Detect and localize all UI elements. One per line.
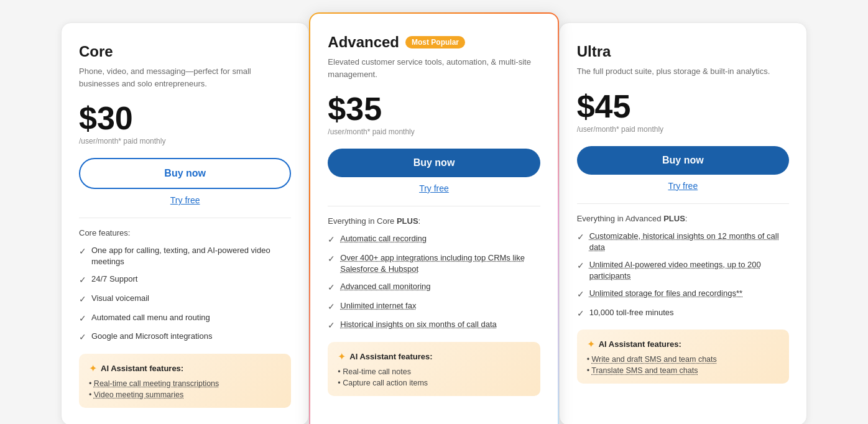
price-section: $35 /user/month* paid monthly: [328, 93, 540, 136]
ai-title: AI Assistant features:: [349, 352, 432, 361]
feature-item: ✓ Historical insights on six months of c…: [328, 319, 540, 332]
feature-text: Automated call menu and routing: [91, 312, 210, 323]
feature-text: 24/7 Support: [91, 274, 137, 285]
feature-list: ✓ Automatic call recording ✓ Over 400+ a…: [328, 233, 540, 332]
check-icon: ✓: [577, 260, 584, 272]
feature-text: Automatic call recording: [340, 233, 427, 244]
ai-feature-text: Video meeting summaries: [94, 390, 183, 399]
price-section: $30 /user/month* paid monthly: [79, 102, 291, 145]
ai-title: AI Assistant features:: [599, 339, 681, 349]
ai-star-icon: ✦: [587, 338, 595, 350]
plan-card-core: Core Phone, video, and messaging—perfect…: [61, 22, 309, 424]
feature-item: ✓ Google and Microsoft integrations: [79, 331, 291, 344]
check-icon: ✓: [577, 288, 584, 301]
ai-feature-item: Video meeting summaries: [89, 390, 281, 399]
try-free-link[interactable]: Try free: [328, 183, 540, 193]
feature-text: Unlimited internet fax: [340, 300, 416, 311]
plan-card-advanced: Advanced Most Popular Elevated customer …: [309, 12, 558, 424]
try-free-link[interactable]: Try free: [577, 181, 789, 191]
ai-assistant-box: ✦ AI Assistant features: Write and draft…: [577, 330, 789, 384]
buy-now-button[interactable]: Buy now: [577, 146, 789, 175]
feature-item: ✓ Visual voicemail: [79, 293, 291, 306]
ai-feature-text: Real-time call notes: [343, 367, 411, 376]
ai-feature-item: Real-time call notes: [338, 367, 530, 376]
plan-name: Core: [79, 43, 113, 60]
features-label: Everything in Advanced PLUS:: [577, 214, 789, 223]
price-detail: /user/month* paid monthly: [577, 125, 789, 134]
ai-box-header: ✦ AI Assistant features:: [89, 362, 281, 374]
check-icon: ✓: [328, 282, 335, 294]
features-label: Everything in Core PLUS:: [328, 216, 540, 226]
feature-item: ✓ Unlimited storage for files and record…: [577, 288, 789, 301]
plan-header: Ultra The full product suite, plus stora…: [577, 43, 789, 78]
feature-text: Unlimited AI-powered video meetings, up …: [589, 259, 789, 282]
features-label-base: Everything in Advanced: [577, 214, 662, 223]
feature-item: ✓ Automated call menu and routing: [79, 312, 291, 325]
plan-header: Core Phone, video, and messaging—perfect…: [79, 43, 291, 90]
features-label-plus: PLUS: [663, 214, 685, 223]
ai-feature-item: Real-time call meeting transcriptions: [89, 379, 281, 388]
divider: [577, 203, 789, 204]
divider: [79, 218, 291, 218]
feature-list: ✓ One app for calling, texting, and AI-p…: [79, 245, 291, 344]
plan-name-row: Advanced Most Popular: [328, 34, 540, 51]
features-label: Core features:: [79, 228, 291, 237]
ai-feature-item: Translate SMS and team chats: [587, 366, 779, 375]
divider: [328, 206, 540, 206]
try-free-link[interactable]: Try free: [79, 195, 291, 205]
plan-description: The full product suite, plus storage & b…: [577, 65, 789, 78]
ai-feature-item: Write and draft SMS and team chats: [587, 355, 779, 364]
feature-item: ✓ 10,000 toll-free minutes: [577, 307, 789, 320]
check-icon: ✓: [79, 274, 86, 287]
check-icon: ✓: [328, 301, 335, 313]
feature-item: ✓ Over 400+ app integrations including t…: [328, 252, 540, 275]
ai-title: AI Assistant features:: [101, 364, 183, 373]
feature-text: 10,000 toll-free minutes: [589, 307, 674, 318]
ai-assistant-box: ✦ AI Assistant features: Real-time call …: [328, 342, 540, 396]
plan-price: $35: [328, 93, 540, 125]
feature-text: Historical insights on six months of cal…: [340, 319, 496, 330]
features-label-plus: PLUS: [397, 216, 418, 226]
feature-text: Visual voicemail: [91, 293, 149, 304]
feature-text: One app for calling, texting, and AI-pow…: [91, 245, 291, 267]
feature-text: Google and Microsoft integrations: [91, 331, 212, 342]
ai-feature-list: Real-time call meeting transcriptionsVid…: [89, 379, 281, 399]
buy-now-button[interactable]: Buy now: [79, 158, 291, 189]
ai-feature-list: Real-time call notesCapture call action …: [338, 367, 530, 387]
feature-text: Advanced call monitoring: [340, 281, 430, 292]
ai-box-header: ✦ AI Assistant features:: [587, 338, 779, 350]
most-popular-badge: Most Popular: [405, 36, 465, 48]
feature-item: ✓ Customizable, historical insights on 1…: [577, 231, 789, 253]
plan-name: Ultra: [577, 43, 611, 60]
plan-header: Advanced Most Popular Elevated customer …: [328, 34, 540, 80]
check-icon: ✓: [577, 231, 584, 244]
check-icon: ✓: [79, 293, 86, 306]
check-icon: ✓: [328, 234, 335, 246]
plan-price: $30: [79, 102, 291, 134]
feature-text: Unlimited storage for files and recordin…: [589, 288, 742, 299]
plan-name: Advanced: [328, 34, 399, 51]
plan-price: $45: [577, 90, 789, 122]
feature-item: ✓ Unlimited AI-powered video meetings, u…: [577, 259, 789, 282]
ai-feature-list: Write and draft SMS and team chatsTransl…: [587, 355, 779, 375]
check-icon: ✓: [79, 331, 86, 344]
plan-name-row: Core: [79, 43, 291, 60]
feature-list: ✓ Customizable, historical insights on 1…: [577, 231, 789, 320]
buy-now-button[interactable]: Buy now: [328, 149, 540, 177]
price-section: $45 /user/month* paid monthly: [577, 90, 789, 134]
price-detail: /user/month* paid monthly: [79, 137, 291, 145]
plan-description: Phone, video, and messaging—perfect for …: [79, 65, 291, 90]
ai-feature-item: Capture call action items: [338, 379, 530, 387]
ai-feature-text: Translate SMS and team chats: [591, 366, 698, 375]
check-icon: ✓: [328, 320, 335, 332]
feature-item: ✓ 24/7 Support: [79, 274, 291, 287]
ai-feature-text: Write and draft SMS and team chats: [592, 355, 717, 364]
feature-item: ✓ Unlimited internet fax: [328, 300, 540, 313]
plan-card-ultra: Ultra The full product suite, plus stora…: [559, 22, 807, 424]
features-label-text: Core features:: [79, 228, 130, 237]
feature-item: ✓ One app for calling, texting, and AI-p…: [79, 245, 291, 267]
check-icon: ✓: [79, 246, 86, 258]
ai-feature-text: Capture call action items: [343, 379, 428, 387]
ai-star-icon: ✦: [338, 351, 346, 362]
ai-box-header: ✦ AI Assistant features:: [338, 351, 530, 362]
